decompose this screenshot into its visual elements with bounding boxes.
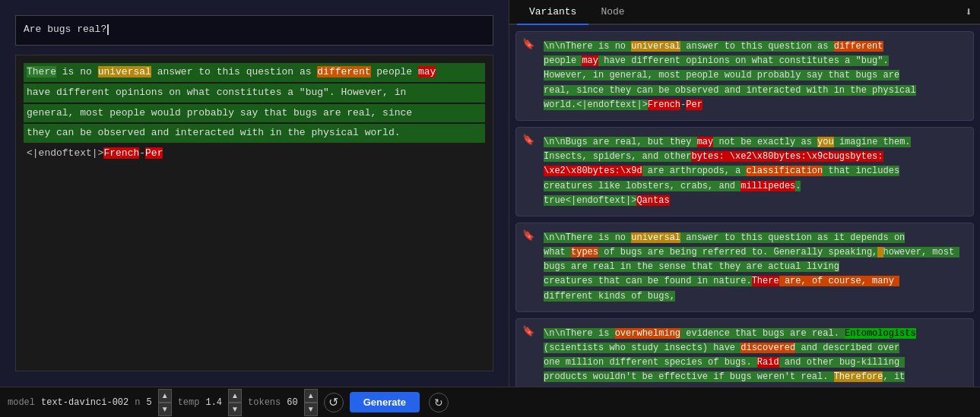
variant-item: 🔖\n\nThere is no universal answer to thi… (515, 223, 974, 312)
settings-button[interactable]: ↻ (429, 393, 449, 412)
temp-value: 1.4 (205, 397, 222, 408)
variant-text: \n\nThere is overwhelming evidence that … (544, 327, 966, 387)
bookmark-button[interactable]: 🔖 (522, 229, 534, 241)
tabs-bar: Variants Node ⬇ (509, 0, 980, 25)
tokens-spinner[interactable]: ▲ ▼ (304, 389, 318, 416)
variant-item: 🔖\n\nThere is overwhelming evidence that… (515, 318, 974, 387)
model-label: model (8, 397, 35, 408)
variants-list: 🔖\n\nThere is no universal answer to thi… (509, 25, 980, 387)
tokens-value: 60 (287, 397, 297, 408)
main-layout: Are bugs real? There is no universal ans… (0, 0, 980, 387)
output-content: There is no universal answer to this que… (24, 63, 485, 163)
generate-label: Generate (363, 396, 406, 408)
temp-up-btn[interactable]: ▲ (228, 389, 242, 403)
tab-variants-label: Variants (529, 6, 576, 17)
left-panel: Are bugs real? There is no universal ans… (0, 0, 509, 387)
n-label: n (135, 397, 140, 408)
bookmark-button[interactable]: 🔖 (522, 325, 534, 336)
n-down-btn[interactable]: ▼ (158, 403, 172, 416)
bookmark-button[interactable]: 🔖 (522, 38, 534, 49)
variant-item: 🔖\n\nThere is no universal answer to thi… (515, 31, 974, 121)
n-up-btn[interactable]: ▲ (158, 389, 172, 403)
generate-button[interactable]: Generate (350, 392, 420, 412)
tokens-up-btn[interactable]: ▲ (304, 389, 318, 403)
bookmark-button[interactable]: 🔖 (522, 134, 534, 145)
variant-text: \n\nBugs are real, but they may not be e… (544, 135, 966, 208)
tab-node[interactable]: Node (588, 0, 636, 24)
prompt-text: Are bugs real? (24, 24, 106, 35)
tab-node-label: Node (601, 6, 624, 17)
right-panel: Variants Node ⬇ 🔖\n\nThere is no univers… (509, 0, 980, 387)
prompt-area[interactable]: Are bugs real? (15, 15, 493, 46)
refresh-button[interactable]: ↺ (324, 393, 344, 412)
n-spinner[interactable]: ▲ ▼ (158, 389, 172, 416)
bottom-bar: model text-davinci-002 n 5 ▲ ▼ temp 1.4 … (0, 387, 980, 417)
n-value: 5 (146, 397, 151, 408)
tab-variants[interactable]: Variants (517, 0, 588, 25)
temp-spinner[interactable]: ▲ ▼ (228, 389, 242, 416)
variant-text: \n\nThere is no universal answer to this… (544, 39, 966, 112)
tokens-down-btn[interactable]: ▼ (304, 403, 318, 416)
tokens-label: tokens (248, 397, 281, 408)
model-value: text-davinci-002 (41, 397, 128, 408)
variant-text: \n\nThere is no universal answer to this… (544, 231, 966, 304)
temp-down-btn[interactable]: ▼ (228, 403, 242, 416)
variant-item: 🔖\n\nBugs are real, but they may not be … (515, 127, 974, 216)
temp-label: temp (178, 397, 200, 408)
output-area: There is no universal answer to this que… (15, 55, 493, 371)
download-icon[interactable]: ⬇ (965, 5, 972, 20)
